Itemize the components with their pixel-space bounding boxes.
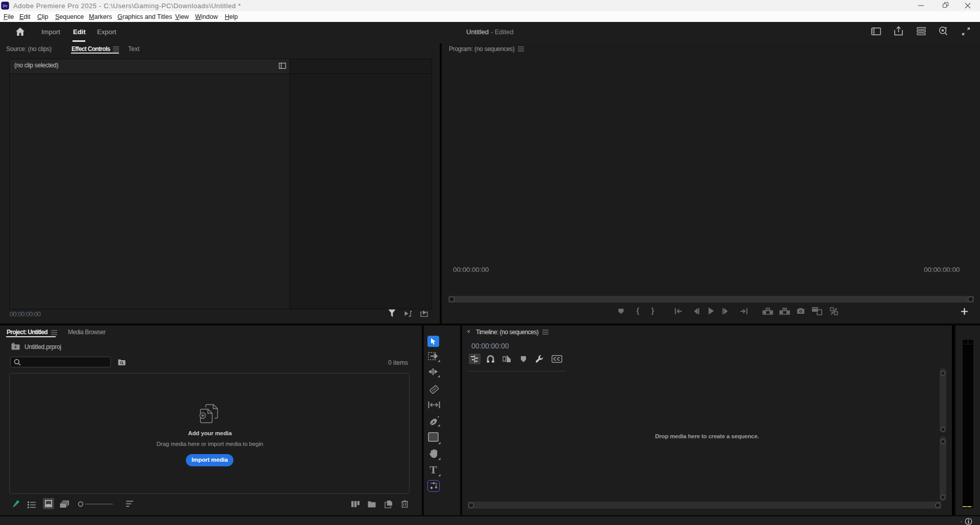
svg-text:Pr: Pr: [3, 4, 8, 9]
svg-text:T: T: [429, 465, 437, 476]
